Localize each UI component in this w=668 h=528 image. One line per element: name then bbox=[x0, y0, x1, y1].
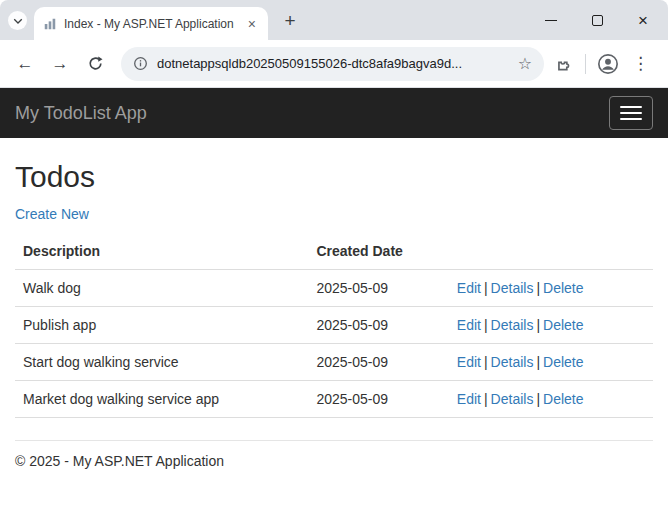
browser-tab[interactable]: Index - My ASP.NET Application × bbox=[34, 7, 268, 40]
extensions-icon bbox=[555, 55, 573, 73]
forward-button[interactable]: → bbox=[45, 49, 75, 79]
todo-description: Walk dog bbox=[15, 270, 308, 307]
todo-created-date: 2025-05-09 bbox=[308, 307, 448, 344]
favicon-icon bbox=[43, 17, 57, 31]
delete-link[interactable]: Delete bbox=[543, 391, 583, 407]
todo-actions: Edit|Details|Delete bbox=[449, 381, 653, 418]
reload-button[interactable] bbox=[80, 49, 110, 79]
footer-divider bbox=[15, 440, 653, 441]
todo-created-date: 2025-05-09 bbox=[308, 344, 448, 381]
bookmark-star-icon[interactable]: ☆ bbox=[518, 56, 532, 72]
toolbar-divider bbox=[585, 54, 586, 74]
url-bar[interactable]: dotnetappsqldb20250509155026-dtc8afa9bag… bbox=[121, 47, 544, 81]
profile-button[interactable] bbox=[593, 53, 623, 75]
tab-title: Index - My ASP.NET Application bbox=[64, 17, 238, 31]
action-separator: | bbox=[536, 391, 540, 407]
close-window-button[interactable]: × bbox=[620, 0, 666, 40]
table-row: Publish app 2025-05-09 Edit|Details|Dele… bbox=[15, 307, 653, 344]
tab-strip: Index - My ASP.NET Application × + × bbox=[0, 0, 668, 40]
details-link[interactable]: Details bbox=[491, 354, 534, 370]
column-header-description: Description bbox=[15, 233, 308, 270]
action-separator: | bbox=[536, 280, 540, 296]
details-link[interactable]: Details bbox=[491, 280, 534, 296]
site-info-icon[interactable] bbox=[133, 56, 148, 71]
profile-avatar-icon bbox=[597, 53, 619, 75]
minimize-icon bbox=[545, 20, 557, 21]
details-link[interactable]: Details bbox=[491, 391, 534, 407]
site-navbar: My TodoList App bbox=[0, 88, 668, 138]
todo-actions: Edit|Details|Delete bbox=[449, 270, 653, 307]
minimize-button[interactable] bbox=[528, 0, 574, 40]
delete-link[interactable]: Delete bbox=[543, 280, 583, 296]
create-new-link[interactable]: Create New bbox=[15, 206, 89, 222]
back-button[interactable]: ← bbox=[10, 49, 40, 79]
table-row: Market dog walking service app 2025-05-0… bbox=[15, 381, 653, 418]
action-separator: | bbox=[484, 280, 488, 296]
table-row: Walk dog 2025-05-09 Edit|Details|Delete bbox=[15, 270, 653, 307]
column-header-actions bbox=[449, 233, 653, 270]
maximize-icon bbox=[592, 15, 603, 26]
edit-link[interactable]: Edit bbox=[457, 280, 481, 296]
edit-link[interactable]: Edit bbox=[457, 317, 481, 333]
column-header-created-date: Created Date bbox=[308, 233, 448, 270]
browser-window: Index - My ASP.NET Application × + × ← →… bbox=[0, 0, 668, 528]
page-content: Todos Create New Description Created Dat… bbox=[0, 160, 668, 469]
close-icon: × bbox=[638, 12, 648, 29]
page-title: Todos bbox=[15, 160, 653, 194]
footer-copyright: © 2025 - My ASP.NET Application bbox=[15, 453, 653, 469]
todos-table: Description Created Date Walk dog 2025-0… bbox=[15, 233, 653, 418]
action-separator: | bbox=[536, 317, 540, 333]
table-row: Start dog walking service 2025-05-09 Edi… bbox=[15, 344, 653, 381]
reload-icon bbox=[87, 55, 104, 72]
hamburger-icon bbox=[620, 106, 642, 108]
browser-toolbar: ← → dotnetappsqldb20250509155026-dtc8afa… bbox=[0, 40, 668, 88]
action-separator: | bbox=[484, 317, 488, 333]
action-separator: | bbox=[536, 354, 540, 370]
todo-actions: Edit|Details|Delete bbox=[449, 307, 653, 344]
delete-link[interactable]: Delete bbox=[543, 317, 583, 333]
delete-link[interactable]: Delete bbox=[543, 354, 583, 370]
action-separator: | bbox=[484, 354, 488, 370]
new-tab-button[interactable]: + bbox=[278, 9, 302, 33]
todo-description: Publish app bbox=[15, 307, 308, 344]
navbar-toggle-button[interactable] bbox=[609, 96, 653, 130]
table-header-row: Description Created Date bbox=[15, 233, 653, 270]
todo-description: Market dog walking service app bbox=[15, 381, 308, 418]
url-text[interactable]: dotnetappsqldb20250509155026-dtc8afa9bag… bbox=[157, 56, 509, 71]
edit-link[interactable]: Edit bbox=[457, 391, 481, 407]
todo-description: Start dog walking service bbox=[15, 344, 308, 381]
tab-close-icon[interactable]: × bbox=[245, 16, 259, 32]
maximize-button[interactable] bbox=[574, 0, 620, 40]
window-controls: × bbox=[528, 0, 666, 40]
details-link[interactable]: Details bbox=[491, 317, 534, 333]
chevron-down-icon bbox=[13, 17, 23, 25]
todo-created-date: 2025-05-09 bbox=[308, 381, 448, 418]
todo-created-date: 2025-05-09 bbox=[308, 270, 448, 307]
tab-search-button[interactable] bbox=[8, 11, 27, 30]
browser-menu-button[interactable]: ⋮ bbox=[623, 53, 658, 74]
todo-actions: Edit|Details|Delete bbox=[449, 344, 653, 381]
navbar-brand[interactable]: My TodoList App bbox=[15, 103, 147, 124]
action-separator: | bbox=[484, 391, 488, 407]
extensions-button[interactable] bbox=[550, 55, 578, 73]
edit-link[interactable]: Edit bbox=[457, 354, 481, 370]
